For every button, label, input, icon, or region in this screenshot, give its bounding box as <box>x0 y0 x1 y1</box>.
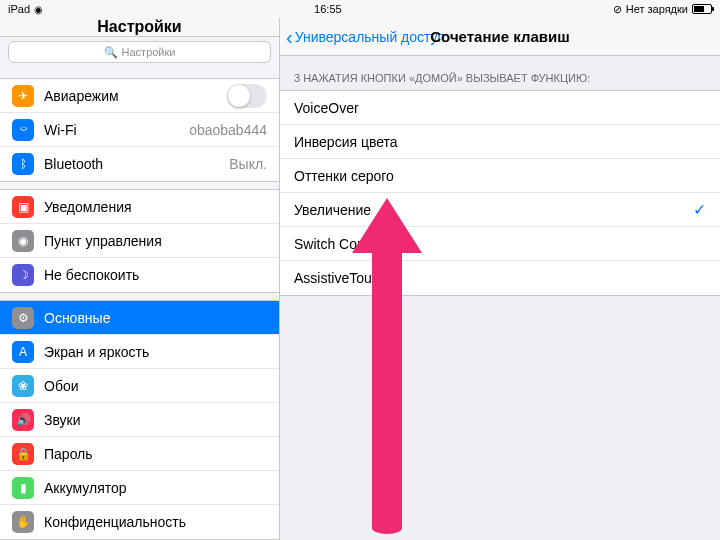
notifications-icon: ▣ <box>12 196 34 218</box>
detail-header: ‹ Универсальный доступ Сочетание клавиш <box>280 18 720 56</box>
status-bar: iPad ◉ 16:55 ⊘ Нет зарядки <box>0 0 720 18</box>
charging-icon: ⊘ <box>613 3 622 16</box>
sidebar-group-2: ▣ Уведомления ◉ Пункт управления ☽ Не бе… <box>0 189 279 293</box>
battery-settings-icon: ▮ <box>12 477 34 499</box>
sidebar-item-dnd[interactable]: ☽ Не беспокоить <box>0 258 279 292</box>
sidebar-item-wifi[interactable]: ⌔ Wi-Fi obaobab444 <box>0 113 279 147</box>
privacy-icon: ✋ <box>12 511 34 533</box>
bluetooth-icon: ᛒ <box>12 153 34 175</box>
charge-label: Нет зарядки <box>626 3 688 15</box>
detail-pane: ‹ Универсальный доступ Сочетание клавиш … <box>280 18 720 540</box>
sidebar-item-bluetooth[interactable]: ᛒ Bluetooth Выкл. <box>0 147 279 181</box>
search-input[interactable]: 🔍 Настройки <box>8 41 271 63</box>
back-button[interactable]: ‹ Универсальный доступ <box>280 27 445 47</box>
section-header: 3 НАЖАТИЯ КНОПКИ «ДОМОЙ» ВЫЗЫВАЕТ ФУНКЦИ… <box>280 56 720 90</box>
option-switch-control[interactable]: Switch Control <box>280 227 720 261</box>
moon-icon: ☽ <box>12 264 34 286</box>
battery-icon <box>692 4 712 14</box>
sidebar-title: Настройки <box>0 18 279 37</box>
options-list: VoiceOver Инверсия цвета Оттенки серого … <box>280 90 720 296</box>
sidebar-item-display[interactable]: A Экран и яркость <box>0 335 279 369</box>
lock-icon: 🔒 <box>12 443 34 465</box>
sidebar-item-privacy[interactable]: ✋ Конфиденциальность <box>0 505 279 539</box>
sidebar-item-general[interactable]: ⚙ Основные <box>0 301 279 335</box>
control-center-icon: ◉ <box>12 230 34 252</box>
sidebar-group-1: ✈ Авиарежим ⌔ Wi-Fi obaobab444 ᛒ Bluetoo… <box>0 78 279 182</box>
sidebar: Настройки 🔍 Настройки ✈ Авиарежим ⌔ Wi-F… <box>0 18 280 540</box>
wallpaper-icon: ❀ <box>12 375 34 397</box>
device-name: iPad <box>8 3 30 15</box>
wifi-icon: ◉ <box>34 4 43 15</box>
sidebar-item-notifications[interactable]: ▣ Уведомления <box>0 190 279 224</box>
clock: 16:55 <box>314 3 342 15</box>
wifi-settings-icon: ⌔ <box>12 119 34 141</box>
sidebar-item-control-center[interactable]: ◉ Пункт управления <box>0 224 279 258</box>
sidebar-item-wallpaper[interactable]: ❀ Обои <box>0 369 279 403</box>
airplane-icon: ✈ <box>12 85 34 107</box>
sounds-icon: 🔊 <box>12 409 34 431</box>
sidebar-group-3: ⚙ Основные A Экран и яркость ❀ Обои 🔊 Зв… <box>0 300 279 540</box>
sidebar-item-sounds[interactable]: 🔊 Звуки <box>0 403 279 437</box>
option-assistive-touch[interactable]: AssistiveTouch <box>280 261 720 295</box>
option-zoom[interactable]: Увеличение ✓ <box>280 193 720 227</box>
option-voiceover[interactable]: VoiceOver <box>280 91 720 125</box>
option-grayscale[interactable]: Оттенки серого <box>280 159 720 193</box>
option-invert[interactable]: Инверсия цвета <box>280 125 720 159</box>
detail-title: Сочетание клавиш <box>430 28 569 45</box>
airplane-toggle[interactable] <box>227 84 267 108</box>
sidebar-item-battery[interactable]: ▮ Аккумулятор <box>0 471 279 505</box>
gear-icon: ⚙ <box>12 307 34 329</box>
search-icon: 🔍 <box>104 46 118 59</box>
display-icon: A <box>12 341 34 363</box>
sidebar-item-airplane[interactable]: ✈ Авиарежим <box>0 79 279 113</box>
sidebar-item-passcode[interactable]: 🔒 Пароль <box>0 437 279 471</box>
check-icon: ✓ <box>693 200 706 219</box>
chevron-left-icon: ‹ <box>286 27 293 47</box>
